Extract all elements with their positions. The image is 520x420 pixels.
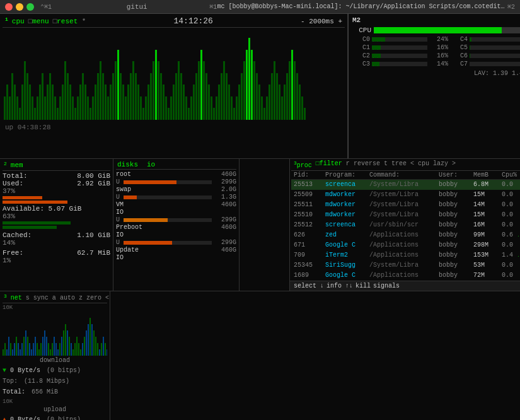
cpu-sparkline <box>4 30 344 120</box>
cpu-bar <box>276 73 278 120</box>
net-bar <box>48 343 49 356</box>
dl-top-row: Top: (11.8 Mibps) <box>3 376 107 387</box>
cpu-bar <box>9 96 11 120</box>
cpu-bar <box>205 73 207 120</box>
cpu-bar <box>168 108 170 120</box>
table-row[interactable]: 25509 mdworker /System/Libra bobby 15M 0… <box>291 190 520 200</box>
disk-row: U 1.3G <box>116 194 236 201</box>
kill-label[interactable]: kill <box>355 283 371 289</box>
cpu-bar <box>208 85 210 120</box>
table-row[interactable]: 25511 mdworker /System/Libra bobby 14M 0… <box>291 200 520 210</box>
cpu-bar <box>64 61 66 120</box>
disk-row: U 299G <box>116 178 236 185</box>
info-label[interactable]: info ↑↓ <box>326 283 353 289</box>
table-row[interactable]: 671 Google C /Applications bobby 298M 0.… <box>291 240 520 250</box>
cpu-bar <box>155 50 157 120</box>
cpu-bar <box>256 73 258 120</box>
cpu-bar <box>271 73 273 120</box>
cpu-bar <box>77 96 79 120</box>
cpu-bar <box>69 85 71 120</box>
cpu-bar <box>261 96 263 120</box>
window-title: mc [bobby@Bobbys-Mac-mini.local]: ~/Libr… <box>217 3 507 10</box>
disks-title: disks <box>117 161 138 168</box>
table-row[interactable]: 709 iTerm2 /Applications bobby 153M 1.4 … <box>291 250 520 260</box>
disk-row: Preboot460G <box>116 224 236 231</box>
disks-panel: disks io root460GU 299Gswap2.0GU 1.3GVM4… <box>113 159 240 291</box>
cpu-bar <box>173 85 175 120</box>
cpu-bar <box>135 73 137 120</box>
net-panel: 3 net ssync aauto zzero <b en1 n> 10K do… <box>0 291 110 420</box>
net-bar <box>40 343 42 356</box>
proc-header: 3proc □filter rreverse ttree < cpu lazy … <box>291 159 520 171</box>
net-bar <box>52 343 53 356</box>
net-bar <box>37 343 38 356</box>
bottom-row: 3 net ssync aauto zzero <b en1 n> 10K do… <box>0 291 520 420</box>
tab4-label[interactable]: ⌘2 <box>507 3 515 11</box>
tab3-label[interactable]: ⌘1 <box>209 3 217 11</box>
disk-row: U 299G <box>116 216 236 223</box>
net-bar <box>55 343 57 356</box>
mem-total-row: Total: 8.00 GiB <box>3 172 110 180</box>
table-row[interactable]: 25512 screenca /usr/sbin/scr bobby 16M 0… <box>291 220 520 230</box>
cpu-bar <box>211 96 212 120</box>
cpu-bar <box>84 85 86 120</box>
net-bar <box>4 343 6 356</box>
cpu-bar <box>87 96 89 120</box>
cpu-bar <box>160 73 162 120</box>
table-row[interactable]: 1689 Google C /Applications bobby 72M 0.… <box>291 271 520 281</box>
disk-row: IO <box>116 231 236 238</box>
minimize-button[interactable] <box>16 3 23 11</box>
maximize-button[interactable] <box>26 3 34 11</box>
time-display: 14:12:26 <box>90 16 297 26</box>
cpu-bar <box>145 96 147 120</box>
mem-avail-row: Available: 5.07 GiB <box>3 205 110 213</box>
select-label[interactable]: select ↓ <box>294 283 324 289</box>
menu-btn[interactable]: □menu <box>28 18 49 25</box>
cpu-bar <box>286 73 288 120</box>
net-bar <box>71 343 72 356</box>
reset-btn[interactable]: □reset * <box>53 18 86 25</box>
cpu-bar <box>170 96 172 120</box>
mem-used-pct: 37% <box>3 187 110 195</box>
cpu-bar <box>241 73 243 120</box>
signals-label[interactable]: signals <box>373 283 400 289</box>
cpu-bar <box>158 61 159 120</box>
cpu-bar <box>32 96 33 120</box>
proc-panel: 3proc □filter rreverse ttree < cpu lazy … <box>290 159 520 291</box>
cpu-bar <box>4 96 6 120</box>
upload-stats: ▲ 0 Byte/s (0 bitps) Top: (219 Kibps) To… <box>3 414 107 420</box>
table-row[interactable]: 25510 mdworker /System/Libra bobby 15M 0… <box>291 210 520 220</box>
cpu-bar <box>226 73 228 120</box>
table-row[interactable]: 626 zed /Applications bobby 99M 0.6 ... <box>291 230 520 240</box>
close-button[interactable] <box>5 3 13 11</box>
cpu-bar <box>274 61 275 120</box>
top-row: 1 cpu □menu □reset * 14:12:26 - 2000ms +… <box>0 14 520 159</box>
net-bar <box>14 343 15 356</box>
cpu-bar <box>263 108 265 120</box>
cpu-bar <box>115 61 117 120</box>
disk-row: root460G <box>116 171 236 178</box>
net-bar <box>90 318 91 356</box>
cpu-bar <box>112 73 114 120</box>
cpu-graph <box>3 28 345 122</box>
cpu-bar <box>34 108 36 120</box>
mem-used-val: 2.92 GiB <box>77 180 110 187</box>
io-panel <box>240 159 290 291</box>
mem-cached-row: Cached: 1.10 GiB <box>3 231 110 239</box>
net-bar <box>88 324 89 356</box>
titlebar: ⌃⌘1 gitui ⌘1 mc [bobby@Bobbys-Mac-mini.l… <box>0 0 520 14</box>
net-bar <box>76 337 78 356</box>
net-bar <box>61 337 62 356</box>
table-row[interactable]: 25345 SiriSugg /System/Libra bobby 53M 0… <box>291 260 520 271</box>
net-bar <box>59 343 61 356</box>
table-row[interactable]: 25513 screenca /System/Libra bobby 6.8M … <box>291 180 520 190</box>
tab1-label[interactable]: ⌃⌘1 <box>40 3 52 11</box>
tab2-label[interactable]: gitui <box>64 3 209 11</box>
cpu-bar <box>82 73 84 120</box>
net-bar <box>86 330 87 356</box>
cpu-bar <box>105 85 107 120</box>
cpu-bar <box>24 61 26 120</box>
net-bar <box>95 337 96 356</box>
proc-table-header: Pid: Program: Command: User: MemB Cpu% <box>291 171 520 180</box>
cpu-bar <box>79 85 81 120</box>
